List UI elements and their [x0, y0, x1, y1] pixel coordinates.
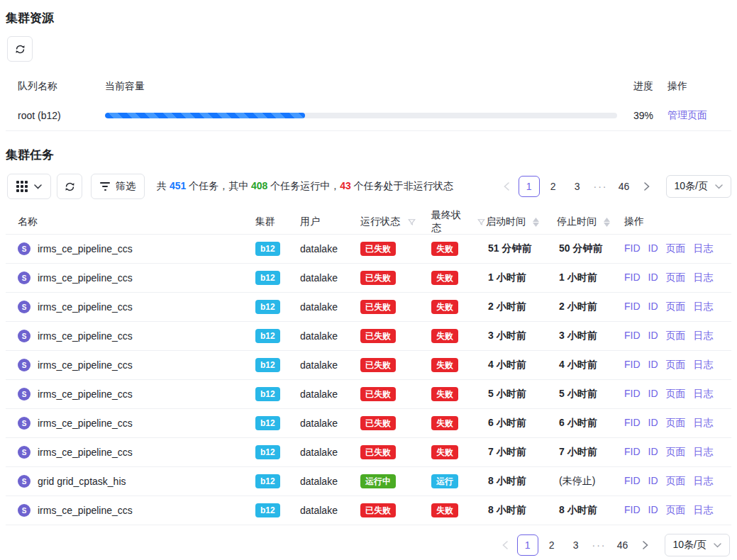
queue-name: root (b12) — [18, 110, 105, 121]
page-link[interactable]: 页面 — [666, 388, 686, 401]
page-button-46[interactable]: 46 — [614, 176, 635, 197]
final-status-badge: 失败 — [431, 358, 458, 372]
page-link[interactable]: 页面 — [666, 330, 686, 342]
page-link[interactable]: 页面 — [666, 446, 686, 459]
log-link[interactable]: 日志 — [694, 242, 714, 255]
stop-time: 50 分钟前 — [557, 242, 624, 255]
id-link[interactable]: ID — [648, 504, 658, 517]
spark-avatar-icon: S — [18, 359, 31, 371]
id-link[interactable]: ID — [648, 359, 658, 371]
fid-link[interactable]: FID — [624, 242, 641, 255]
page-link[interactable]: 页面 — [666, 301, 686, 313]
page-link[interactable]: 页面 — [666, 504, 686, 517]
prev-page-button[interactable] — [497, 176, 516, 197]
grid-icon — [16, 181, 28, 192]
page-button-46[interactable]: 46 — [612, 534, 633, 556]
column-settings-button[interactable] — [7, 174, 51, 199]
id-link[interactable]: ID — [648, 330, 658, 342]
id-link[interactable]: ID — [648, 475, 658, 488]
filter-funnel-icon[interactable] — [407, 218, 416, 227]
log-link[interactable]: 日志 — [694, 446, 714, 459]
log-link[interactable]: 日志 — [694, 301, 714, 313]
run-status-badge: 已失败 — [360, 387, 396, 401]
page-button-3[interactable]: 3 — [567, 176, 588, 197]
tasks-toolbar: 筛选 共 451 个任务，其中 408 个任务运行中，43 个任务处于非运行状态… — [6, 174, 731, 199]
page-ellipsis[interactable]: ··· — [591, 181, 611, 192]
log-link[interactable]: 日志 — [694, 271, 714, 284]
page-link[interactable]: 页面 — [666, 359, 686, 371]
tasks-refresh-button[interactable] — [57, 174, 82, 199]
stop-time: 7 小时前 — [557, 446, 624, 459]
id-link[interactable]: ID — [648, 271, 658, 284]
id-link[interactable]: ID — [648, 446, 658, 459]
fid-link[interactable]: FID — [624, 271, 641, 284]
task-name: irms_ce_pipeline_ccs — [38, 243, 133, 254]
fid-link[interactable]: FID — [624, 475, 641, 488]
user-name: datalake — [300, 359, 360, 371]
row-actions: FID ID 页面 日志 — [624, 504, 731, 517]
page-link[interactable]: 页面 — [666, 242, 686, 255]
page-button-2[interactable]: 2 — [541, 534, 563, 556]
log-link[interactable]: 日志 — [694, 504, 714, 517]
pagination: 1 2 3 ··· 46 — [497, 176, 656, 197]
fid-link[interactable]: FID — [624, 301, 641, 313]
table-row: S irms_ce_pipeline_ccs b12 datalake 已失败 … — [6, 235, 731, 264]
chevron-down-icon — [715, 184, 723, 189]
id-link[interactable]: ID — [648, 301, 658, 313]
page-link[interactable]: 页面 — [666, 475, 686, 488]
summary-text: 个任务运行中， — [267, 180, 340, 191]
fid-link[interactable]: FID — [624, 388, 641, 401]
resources-table-row: root (b12) 39% 管理页面 — [6, 100, 731, 131]
manage-page-link[interactable]: 管理页面 — [667, 109, 707, 121]
page-link[interactable]: 页面 — [666, 271, 686, 284]
log-link[interactable]: 日志 — [694, 475, 714, 488]
page-button-1[interactable]: 1 — [519, 176, 540, 197]
task-name-cell: S grid grid_cptask_his — [18, 475, 255, 488]
fid-link[interactable]: FID — [624, 359, 641, 371]
stop-time: 3 小时前 — [557, 330, 624, 342]
log-link[interactable]: 日志 — [694, 359, 714, 371]
fid-link[interactable]: FID — [624, 417, 641, 430]
next-page-button[interactable] — [638, 176, 656, 197]
running-tasks-count: 408 — [251, 180, 267, 191]
col-stop-time: 停止时间 — [557, 215, 597, 228]
table-row: S grid grid_cptask_his b12 datalake 运行中 … — [6, 467, 731, 496]
stop-time: 1 小时前 — [557, 271, 624, 284]
start-time: 8 小时前 — [486, 504, 557, 517]
fid-link[interactable]: FID — [624, 504, 641, 517]
fid-link[interactable]: FID — [624, 330, 641, 342]
page-size-select[interactable]: 10条/页 — [666, 175, 731, 198]
id-link[interactable]: ID — [648, 388, 658, 401]
task-name-cell: S irms_ce_pipeline_ccs — [18, 330, 255, 342]
row-actions: FID ID 页面 日志 — [624, 475, 731, 488]
cluster-badge: b12 — [255, 503, 280, 517]
id-link[interactable]: ID — [648, 417, 658, 430]
sort-icon[interactable] — [604, 218, 610, 227]
page-button-3[interactable]: 3 — [565, 534, 587, 556]
prev-page-button[interactable] — [496, 534, 514, 556]
task-name-cell: S irms_ce_pipeline_ccs — [18, 446, 255, 459]
filter-icon — [100, 182, 110, 191]
page-size-select[interactable]: 10条/页 — [665, 534, 730, 556]
filter-button[interactable]: 筛选 — [91, 174, 145, 199]
stop-time: 2 小时前 — [557, 301, 624, 313]
next-page-button[interactable] — [636, 534, 655, 556]
page-button-2[interactable]: 2 — [543, 176, 564, 197]
log-link[interactable]: 日志 — [694, 388, 714, 401]
page-link[interactable]: 页面 — [666, 417, 686, 430]
log-link[interactable]: 日志 — [694, 417, 714, 430]
filter-funnel-icon[interactable] — [477, 218, 486, 227]
spark-avatar-icon: S — [18, 242, 31, 255]
fid-link[interactable]: FID — [624, 446, 641, 459]
row-actions: FID ID 页面 日志 — [624, 359, 731, 371]
resources-refresh-button[interactable] — [7, 36, 33, 62]
spark-avatar-icon: S — [18, 271, 31, 284]
page-button-1[interactable]: 1 — [517, 534, 538, 556]
id-link[interactable]: ID — [648, 242, 658, 255]
log-link[interactable]: 日志 — [694, 330, 714, 342]
stop-time: 8 小时前 — [557, 504, 624, 517]
sort-icon[interactable] — [533, 218, 539, 227]
cluster-badge: b12 — [255, 445, 280, 459]
page-ellipsis[interactable]: ··· — [589, 539, 609, 551]
stop-time: 6 小时前 — [557, 417, 624, 430]
